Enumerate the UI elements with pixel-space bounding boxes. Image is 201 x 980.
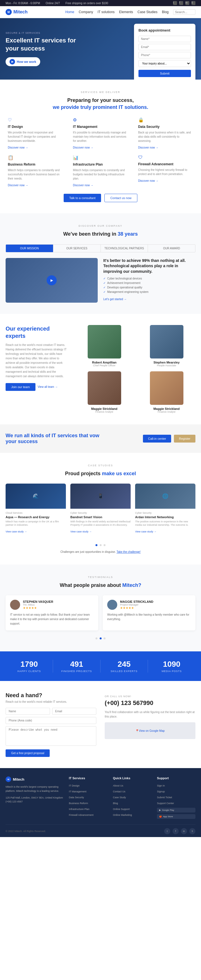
booking-submit-button[interactable]: Submit	[139, 70, 191, 77]
services-section: SERVICES WE DELIVER Preparing for your s…	[0, 80, 201, 213]
testi-maggie-role: Project Manager	[120, 603, 153, 606]
service-it-management-link[interactable]: Discover now →	[73, 146, 93, 149]
talk-consultant-button[interactable]: Talk to a consultant	[64, 194, 101, 202]
footer-link-about[interactable]: About Us	[113, 784, 123, 787]
testi-dot-3[interactable]	[104, 638, 105, 640]
testi-dot-1[interactable]	[96, 638, 97, 640]
footer-link-submit-ticket[interactable]: Submit Ticket	[157, 796, 172, 799]
booking-phone-input[interactable]	[139, 52, 191, 58]
contact-email-input[interactable]	[52, 708, 97, 715]
service-business-reform-link[interactable]: Discover now →	[8, 184, 28, 187]
booking-inquiry-select[interactable]: Your inquiry about...	[139, 60, 191, 67]
footer-facebook-icon[interactable]: f	[172, 828, 179, 834]
hero-cta-button[interactable]: ▶ How we work	[6, 57, 40, 66]
contact-phone-number: (+00) 123 567990	[105, 699, 195, 707]
footer-link-business-reform[interactable]: Business Reform	[69, 802, 88, 805]
contact-us-button[interactable]: Contact us now	[104, 194, 137, 202]
view-all-team-link[interactable]: View all team →	[38, 385, 58, 388]
video-play-button[interactable]: ▶	[46, 275, 57, 285]
dot-1[interactable]	[96, 544, 97, 546]
case-bandnet: 📱 Cyber Security Bandnet Smart Vision Wi…	[70, 484, 131, 536]
service-it-design: ♡ IT Design We provide the most responsi…	[6, 117, 65, 150]
dot-3[interactable]	[104, 544, 105, 546]
facebook-icon[interactable]: f	[179, 1, 183, 5]
company-get-started-link[interactable]: Let's get started →	[103, 298, 127, 301]
map-link[interactable]: View on Google Map	[139, 729, 165, 732]
footer-link-signup[interactable]: Signup	[157, 790, 165, 793]
footer-copyright: © 2022 Mitech. All Rights Reserved.	[6, 830, 46, 832]
tab-our-services[interactable]: OUR SERVICES	[53, 245, 101, 252]
footer-link-it-design[interactable]: IT Design	[69, 784, 80, 787]
nav-company[interactable]: Company	[79, 10, 93, 14]
tab-tech-partners[interactable]: TECHNOLOGICAL PARTNERS	[101, 245, 148, 252]
expert-maggie2-name: Maggie Strickland	[138, 407, 195, 410]
service-firewall-link[interactable]: Discover now →	[138, 179, 159, 182]
footer-link-case-study[interactable]: Case Study	[113, 796, 126, 799]
footer-link-signin[interactable]: Sign In	[157, 784, 165, 787]
expert-robert-photo	[88, 325, 121, 358]
register-button[interactable]: Register	[174, 435, 195, 442]
footer-link-online-marketing[interactable]: Online Marketing	[113, 814, 132, 816]
footer-link-it-management[interactable]: IT Management	[69, 790, 86, 793]
contact-phone-input[interactable]	[6, 717, 96, 724]
site-logo[interactable]: M Mitech	[6, 9, 28, 15]
footer-logo[interactable]: M Mitech	[6, 776, 63, 782]
shipping-info: Free shipping on orders over $100	[65, 2, 108, 5]
call-in-center-button[interactable]: Call-in center	[143, 435, 171, 442]
linkedin-icon[interactable]: li	[191, 1, 195, 5]
footer-link-blog[interactable]: Blog	[113, 802, 118, 805]
nav-it-solutions[interactable]: IT solutions	[97, 10, 115, 14]
booking-name-input[interactable]	[139, 36, 191, 42]
data-security-icon: 🔒	[138, 117, 193, 123]
expert-robert-name: Robert Ampillian	[75, 361, 133, 364]
nav-elements[interactable]: Elements	[119, 10, 133, 14]
service-it-management-name: IT Management	[73, 125, 128, 129]
contact-address-desc: You'll find collaboration with us while …	[105, 710, 195, 719]
testi-stephen-role: TM, Mitiuu	[23, 603, 53, 606]
take-challenge-link[interactable]: Take the challenge!	[116, 550, 140, 554]
twitter-icon[interactable]: t	[173, 1, 177, 5]
footer-link-online-support[interactable]: Online Support	[113, 808, 129, 811]
nav-home[interactable]: Home	[65, 10, 74, 14]
testi-dot-2[interactable]	[100, 638, 102, 640]
service-data-security-link[interactable]: Discover now →	[138, 146, 159, 149]
service-firewall: 🛡 Firewall Advancement Choosing the high…	[136, 155, 195, 187]
tab-our-award[interactable]: OUR AWARD	[148, 245, 195, 252]
footer-linkedin-icon[interactable]: li	[189, 828, 195, 834]
instagram-icon[interactable]: in	[185, 1, 189, 5]
nav-blog[interactable]: Blog	[162, 10, 169, 14]
footer-instagram-icon[interactable]: in	[181, 828, 187, 834]
contact-section: Need a hand? Reach out to the world's mo…	[0, 681, 201, 768]
footer-link-support-center[interactable]: Support Center	[157, 802, 174, 805]
service-it-design-link[interactable]: Discover now →	[8, 146, 28, 149]
footer-link-contact[interactable]: Contact Us	[113, 790, 125, 793]
case-aqua-link[interactable]: View case study →	[6, 530, 27, 533]
contact-name-input[interactable]	[6, 708, 50, 715]
services-title: Preparing for your success, we provide t…	[6, 97, 195, 111]
case-aqua-title: Aqua — Research and Energy	[6, 515, 66, 519]
service-infrastructure-plan-link[interactable]: Discover now →	[73, 184, 93, 187]
google-play-badge[interactable]: ▶ Google Play	[157, 808, 195, 813]
footer-link-data-security[interactable]: Data Security	[69, 796, 84, 799]
service-firewall-name: Firewall Advancement	[138, 162, 193, 166]
contact-submit-button[interactable]: Get a free project proposal	[6, 749, 50, 757]
join-team-button[interactable]: Join our team	[6, 383, 35, 391]
company-label: DISCOVER OUR COMPANY	[6, 224, 195, 227]
case-bandnet-link[interactable]: View case study →	[70, 530, 92, 533]
footer-twitter-icon[interactable]: t	[164, 828, 170, 834]
experts-section: Our experienced experts Reach out to the…	[0, 314, 201, 425]
booking-email-input[interactable]	[139, 44, 191, 50]
contact-message-input[interactable]	[6, 726, 96, 746]
footer-link-infrastructure[interactable]: Infrastructure Plan	[69, 808, 89, 811]
nav-case-studies[interactable]: Case Studies	[138, 10, 158, 14]
search-input[interactable]	[173, 9, 195, 15]
tab-our-mission[interactable]: OUR MISSION	[6, 245, 53, 252]
app-store-badge[interactable]: 🍎 App Store	[157, 814, 195, 819]
company-text-title: It's better to achieve 99% than nothing …	[103, 258, 195, 274]
checkmark-icon-3: ✓	[103, 286, 105, 289]
footer-link-firewall[interactable]: Firewall Advancement	[69, 814, 94, 816]
firewall-icon: 🛡	[138, 155, 193, 160]
business-hours: Mon - Fri: 8:00AM - 6:00PM	[6, 2, 40, 5]
case-ardan-link[interactable]: View case study →	[135, 530, 156, 533]
dot-2[interactable]	[100, 544, 102, 546]
